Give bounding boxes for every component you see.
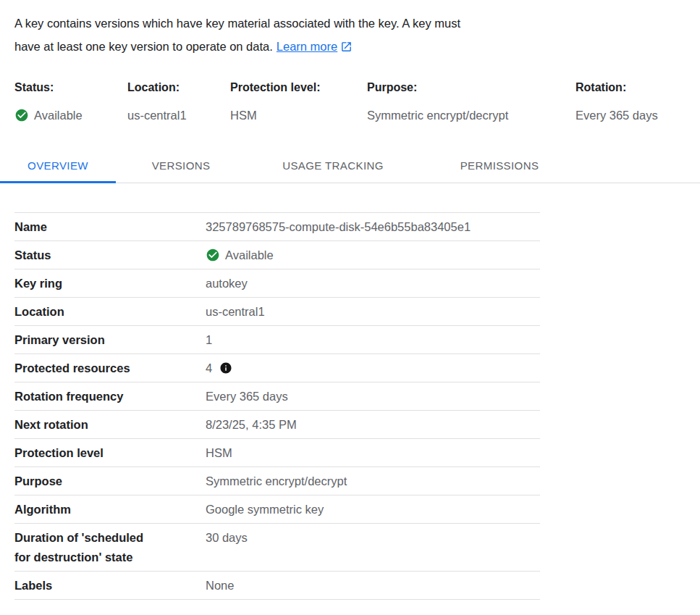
row-value: 325789768575-compute-disk-54e6b55ba83405… xyxy=(206,217,540,237)
table-row-labels: Labels None xyxy=(14,572,540,600)
key-details-table: Name 325789768575-compute-disk-54e6b55ba… xyxy=(14,212,540,600)
summary-rotation: Rotation: Every 365 days xyxy=(575,80,700,122)
summary-purpose: Purpose: Symmetric encrypt/decrypt xyxy=(367,80,575,122)
tab-permissions[interactable]: PERMISSIONS xyxy=(420,148,579,183)
key-description-line2: have at least one key version to operate… xyxy=(14,35,686,58)
table-row-destruction-duration: Duration of 'scheduled for destruction' … xyxy=(14,524,540,572)
table-row-algorithm: Algorithm Google symmetric key xyxy=(14,495,540,524)
summary-location-value: us-central1 xyxy=(127,108,230,122)
row-label: Rotation frequency xyxy=(14,387,206,406)
row-value: Available xyxy=(206,246,540,265)
row-value: HSM xyxy=(206,443,540,463)
summary-status-value: Available xyxy=(14,108,127,122)
info-icon[interactable] xyxy=(219,361,232,375)
check-circle-icon xyxy=(14,108,29,122)
open-in-new-icon[interactable] xyxy=(340,37,353,49)
row-value: Google symmetric key xyxy=(206,500,540,519)
check-circle-icon xyxy=(206,248,220,262)
table-row-location: Location us-central1 xyxy=(14,298,540,326)
row-value: Symmetric encrypt/decrypt xyxy=(206,472,540,491)
tab-versions[interactable]: VERSIONS xyxy=(116,148,246,183)
tab-overview[interactable]: OVERVIEW xyxy=(0,148,116,183)
table-row-key-ring: Key ring autokey xyxy=(14,269,540,298)
table-row-protection-level: Protection level HSM xyxy=(14,439,540,467)
table-row-purpose: Purpose Symmetric encrypt/decrypt xyxy=(14,467,540,495)
row-label: Protection level xyxy=(14,443,206,463)
summary-protection-level-label: Protection level: xyxy=(230,80,367,95)
summary-rotation-value: Every 365 days xyxy=(575,108,700,122)
key-summary-bar: Status: Available Location: us-central1 … xyxy=(0,80,700,122)
summary-location: Location: us-central1 xyxy=(127,80,230,122)
row-label: Location xyxy=(14,302,206,322)
row-value: 4 xyxy=(206,359,540,378)
table-row-protected-resources: Protected resources 4 xyxy=(14,354,540,382)
row-label: Next rotation xyxy=(14,415,206,435)
learn-more-link[interactable]: Learn more xyxy=(277,40,337,53)
row-value: us-central1 xyxy=(206,302,540,322)
summary-purpose-value: Symmetric encrypt/decrypt xyxy=(367,108,575,122)
row-label: Purpose xyxy=(14,472,206,491)
summary-status-label: Status: xyxy=(14,80,127,95)
table-row-name: Name 325789768575-compute-disk-54e6b55ba… xyxy=(14,213,540,241)
row-value: Every 365 days xyxy=(206,387,540,406)
tab-bar: OVERVIEW VERSIONS USAGE TRACKING PERMISS… xyxy=(0,148,700,183)
row-value: None xyxy=(206,576,540,595)
row-label: Status xyxy=(14,246,206,265)
summary-purpose-label: Purpose: xyxy=(367,80,575,95)
tab-usage-tracking[interactable]: USAGE TRACKING xyxy=(246,148,420,183)
row-value: 30 days xyxy=(206,528,540,548)
table-row-primary-version: Primary version 1 xyxy=(14,326,540,354)
key-description: A key contains versions which have key m… xyxy=(0,0,700,58)
summary-protection-level: Protection level: HSM xyxy=(230,80,367,122)
row-value: 1 xyxy=(206,330,540,350)
row-label: Primary version xyxy=(14,330,206,350)
key-description-line1: A key contains versions which have key m… xyxy=(14,12,686,35)
row-label: Protected resources xyxy=(14,359,206,378)
row-label: Algorithm xyxy=(14,500,206,519)
summary-status: Status: Available xyxy=(14,80,127,122)
summary-protection-level-value: HSM xyxy=(230,108,367,122)
summary-location-label: Location: xyxy=(127,80,230,95)
table-row-next-rotation: Next rotation 8/23/25, 4:35 PM xyxy=(14,411,540,439)
table-row-rotation-frequency: Rotation frequency Every 365 days xyxy=(14,382,540,411)
row-label: Duration of 'scheduled for destruction' … xyxy=(14,528,206,567)
row-label: Name xyxy=(14,217,206,237)
row-label: Key ring xyxy=(14,274,206,293)
row-label: Labels xyxy=(14,576,206,595)
row-value: 8/23/25, 4:35 PM xyxy=(206,415,540,435)
summary-rotation-label: Rotation: xyxy=(575,80,700,95)
row-value: autokey xyxy=(206,274,540,293)
table-row-status: Status Available xyxy=(14,241,540,269)
